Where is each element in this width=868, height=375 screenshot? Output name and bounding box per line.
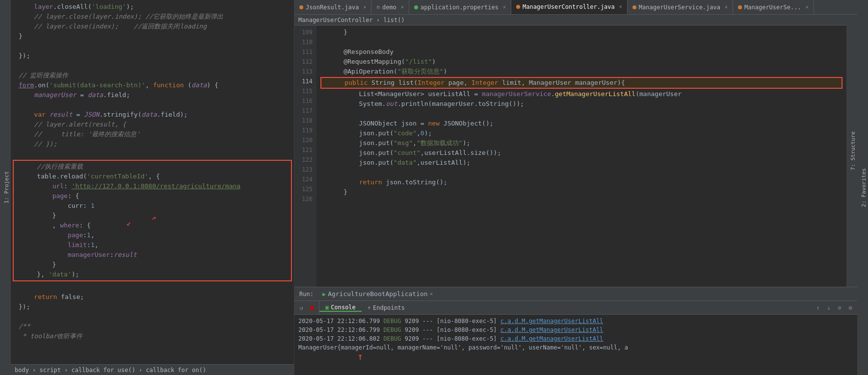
- breadcrumb-right: ManagerUserController › list(): [294, 15, 846, 25]
- tab-dot-application: [414, 5, 418, 9]
- code-line: });: [11, 302, 294, 312]
- highlight-box: //执行搜索重载 table.reload('currentTableId', …: [13, 160, 292, 281]
- editor-area: ManagerUserController › list() 109 110 1…: [294, 15, 857, 287]
- run-toolbar-left: ↺ ■: [294, 301, 319, 314]
- tab-close-demo[interactable]: ×: [401, 4, 404, 10]
- code-line: // title: '最终的搜索信息': [11, 129, 294, 139]
- tab-dot-service: [632, 5, 636, 9]
- tab-icon-demo: m: [376, 4, 380, 10]
- right-code-line-126: [320, 197, 842, 207]
- right-code-line-110: [320, 37, 842, 47]
- right-code-line-115: List<ManagerUser> userListAll = managerU…: [320, 89, 842, 99]
- right-code-line-117: [320, 109, 842, 119]
- code-line: [11, 61, 294, 71]
- scroll-up-btn[interactable]: ↑: [813, 303, 823, 313]
- line-num-116: 116: [294, 96, 316, 106]
- line-num-112: 112: [294, 57, 316, 67]
- tab-label-json-result: JsonResult.java: [306, 4, 359, 11]
- endpoints-icon: ⚡: [368, 304, 371, 311]
- run-panel: Run: ▶ AgricultureBootApplication × ↺ ■ …: [294, 287, 857, 375]
- favorites-strip-label: 2: Favorites: [860, 165, 868, 210]
- structure-strip[interactable]: 7: Structure: [846, 15, 857, 287]
- right-code-line-113: @ApiOperation("获取分页信息"): [320, 67, 842, 76]
- tab-label-service: ManagerUserService.java: [639, 4, 720, 11]
- right-code-line-112: @RequestMapping("/list"): [320, 57, 842, 67]
- tab-label-controller: ManagerUserController.java: [523, 3, 615, 10]
- tab-close-controller[interactable]: ×: [619, 4, 622, 9]
- code-line: [11, 282, 294, 292]
- console-icon: ▣: [325, 304, 329, 311]
- left-panel-with-strip: 1: Project layer.closeAll('loading'); //…: [0, 0, 294, 375]
- code-line: , where: { ↙ →: [14, 221, 291, 230]
- right-code-line-122: json.put("data",userListAll);: [320, 158, 842, 168]
- left-code-lines: layer.closeAll('loading'); // layer.clos…: [11, 0, 294, 343]
- right-code-line-121: json.put("count",userListAll.size());: [320, 148, 842, 158]
- code-line: }: [14, 260, 291, 270]
- tab-close-service[interactable]: ×: [725, 4, 728, 10]
- settings-btn[interactable]: ⚙: [845, 303, 855, 313]
- line-num-121: 121: [294, 145, 316, 155]
- code-line: page:1,: [14, 230, 291, 240]
- line-num-125: 125: [294, 184, 316, 194]
- code-line: });: [11, 51, 294, 61]
- tab-demo[interactable]: m demo ×: [371, 0, 409, 14]
- tab-manager-controller[interactable]: ManagerUserController.java ×: [511, 0, 628, 14]
- run-tab-buttons: ▣ Console ⚡ Endpoints: [319, 301, 411, 314]
- run-app-name[interactable]: ▶ AgricultureBootApplication ×: [318, 290, 437, 298]
- console-tab[interactable]: ▣ Console: [319, 304, 362, 312]
- code-line: /**: [11, 322, 294, 331]
- line-num-126: 126: [294, 194, 316, 204]
- line-num-109: 109: [294, 27, 316, 37]
- right-code-line-124: return json.toString();: [320, 177, 842, 187]
- right-code-line-119: json.put("code",0);: [320, 128, 842, 138]
- line-num-119: 119: [294, 125, 316, 135]
- console-cursor: ↑: [298, 352, 853, 361]
- tab-close-json-result[interactable]: ×: [363, 4, 366, 10]
- line-numbers: 109 110 111 112 113 114 115 116 117 118 …: [294, 25, 316, 287]
- code-line: var result = JSON.stringify(data.field);: [11, 110, 294, 120]
- endpoints-tab[interactable]: ⚡ Endpoints: [362, 304, 411, 311]
- log-link-3[interactable]: c.a.d.M.getManagerUserListAll: [500, 334, 604, 343]
- run-app-name-text: AgricultureBootApplication: [328, 290, 428, 298]
- tab-label-application: application.properties: [421, 4, 499, 11]
- tab-manager-service[interactable]: ManagerUserService.java ×: [628, 0, 733, 14]
- tab-close-application[interactable]: ×: [503, 4, 506, 10]
- tab-label-serv2: ManagerUserSe...: [744, 4, 801, 11]
- favorites-strip[interactable]: 2: Favorites: [857, 0, 868, 375]
- right-code-area: ManagerUserController › list() 109 110 1…: [294, 15, 846, 287]
- run-app-icon: ▶: [322, 291, 326, 298]
- code-line: }, 'data');: [14, 270, 291, 279]
- project-strip[interactable]: 1: Project: [0, 0, 11, 375]
- run-stop-btn[interactable]: ■: [307, 303, 317, 313]
- right-panel: JsonResult.java × m demo × application.p…: [294, 0, 857, 375]
- right-code-line-123: [320, 168, 842, 177]
- console-line-3: 2020-05-17 22:12:06.802 DEBUG 9209 --- […: [298, 334, 853, 343]
- run-app-close[interactable]: ×: [430, 291, 433, 297]
- code-line: }: [14, 211, 291, 221]
- code-line: url: 'http://127.0.0.1:8080/rest/agricul…: [14, 181, 291, 191]
- scroll-down-btn[interactable]: ↓: [824, 303, 834, 313]
- run-header: Run: ▶ AgricultureBootApplication ×: [294, 287, 857, 301]
- tab-application-props[interactable]: application.properties ×: [409, 0, 511, 14]
- right-code-line-109: }: [320, 27, 842, 37]
- log-link-1[interactable]: c.a.d.M.getManagerUserListAll: [500, 317, 604, 325]
- right-code-line-116: System.out.println(managerUser.toString(…: [320, 99, 842, 109]
- code-line: form.on('submit(data-search-btn)', funct…: [11, 80, 294, 90]
- tabs-bar: JsonResult.java × m demo × application.p…: [294, 0, 857, 15]
- line-num-123: 123: [294, 165, 316, 175]
- code-line: [11, 312, 294, 322]
- console-line-2: 2020-05-17 22:12:06.799 DEBUG 9209 --- […: [298, 325, 853, 334]
- run-toolbar-right: ↑ ↓ ⊘ ⚙: [811, 301, 857, 314]
- clear-btn[interactable]: ⊘: [835, 303, 844, 313]
- run-restart-btn[interactable]: ↺: [296, 303, 306, 313]
- right-code-line-118: JSONObject json = new JSONObject();: [320, 119, 842, 128]
- left-code-area: layer.closeAll('loading'); // layer.clos…: [11, 0, 294, 364]
- tab-close-serv2[interactable]: ×: [806, 4, 809, 10]
- tab-json-result[interactable]: JsonResult.java ×: [294, 0, 371, 14]
- code-line: // layer.close(layer.index); //它获取的始终是最新…: [11, 12, 294, 22]
- tab-manager-serv2[interactable]: ManagerUserSe... ×: [733, 0, 814, 14]
- line-num-122: 122: [294, 155, 316, 165]
- line-num-124: 124: [294, 175, 316, 184]
- structure-strip-label: 7: Structure: [849, 128, 857, 173]
- log-link-2[interactable]: c.a.d.M.getManagerUserListAll: [500, 325, 604, 334]
